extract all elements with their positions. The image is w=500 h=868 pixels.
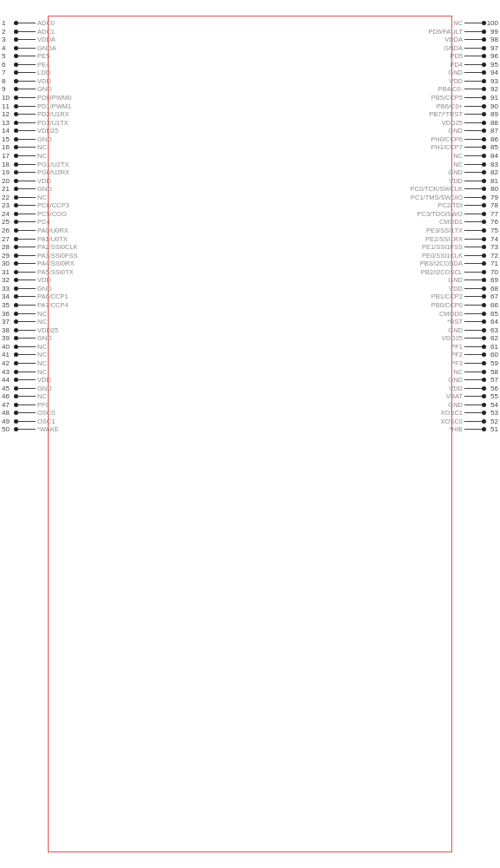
pin-label: VDD (449, 177, 464, 185)
right-pin-83: 83NC (451, 161, 500, 168)
pin-line (464, 172, 482, 173)
pin-number: 68 (486, 285, 500, 293)
pin-number: 70 (486, 268, 500, 276)
pin-number: 49 (0, 418, 14, 425)
pin-label: PF1 (451, 343, 464, 351)
pin-line (18, 263, 36, 264)
right-pin-80: 80PC0/TCK/SWCLK (451, 185, 500, 193)
pin-number: 93 (486, 77, 500, 85)
pin-label: PB7/*TRST (429, 110, 464, 118)
pin-number: 100 (486, 19, 500, 27)
right-pin-69: 69GND (451, 276, 500, 284)
pin-number: 98 (486, 36, 500, 43)
pin-label: NC (36, 351, 47, 358)
left-pin-49: 49OSC1 (0, 418, 49, 425)
pin-line (464, 305, 482, 306)
left-pin-13: 13PD3/U1TX (0, 119, 49, 127)
pin-number: 65 (486, 310, 500, 318)
pin-label: PB6/C0+ (437, 102, 464, 110)
right-pin-56: 56VDD (451, 385, 500, 392)
pin-number: 78 (486, 201, 500, 209)
left-pin-43: 43NC (0, 368, 49, 376)
pin-number: 79 (486, 194, 500, 201)
pin-label: LDO (36, 69, 50, 76)
pin-label: PB1/CCP2 (431, 293, 464, 300)
pin-line (464, 48, 482, 49)
pin-label: PE0/SSI1CLK (422, 252, 464, 260)
right-pin-81: 81VDD (451, 177, 500, 185)
pin-number: 6 (0, 61, 14, 69)
pin-label: PG1/U2TX (36, 161, 69, 168)
pin-number: 42 (0, 359, 14, 367)
pin-number: 25 (0, 218, 14, 226)
pin-label: PA1/U0TX (36, 235, 68, 243)
pin-label: PE5 (36, 52, 49, 60)
pin-number: 87 (486, 127, 500, 135)
right-pin-90: 90PB6/C0+ (451, 102, 500, 110)
pin-label: VDD (449, 77, 464, 85)
right-pin-96: 96PD5 (451, 52, 500, 60)
pin-line (464, 396, 482, 397)
pin-number: 24 (0, 210, 14, 218)
right-pin-86: 86PH0/CCP6 (451, 135, 500, 143)
pin-number: 30 (0, 260, 14, 267)
pin-line (464, 412, 482, 413)
pin-number: 4 (0, 44, 14, 52)
pin-line (18, 122, 36, 123)
left-pin-36: 36NC (0, 310, 49, 318)
pin-label: GND (448, 127, 464, 135)
pin-number: 16 (0, 143, 14, 151)
pin-line (18, 305, 36, 306)
pin-number: 8 (0, 77, 14, 85)
pin-line (18, 214, 36, 214)
right-pin-94: 94GND (451, 69, 500, 76)
left-pin-42: 42NC (0, 359, 49, 367)
pin-number: 61 (486, 343, 500, 351)
pin-label: NC (36, 194, 47, 201)
pin-number: 48 (0, 409, 14, 417)
pin-line (18, 388, 36, 389)
pin-number: 43 (0, 368, 14, 376)
pin-line (464, 313, 482, 314)
pin-label: PA6/CCP1 (36, 293, 69, 300)
pin-label: VBAT (446, 392, 464, 400)
pin-line (18, 321, 36, 322)
pin-label: NC (453, 152, 464, 160)
pin-number: 90 (486, 102, 500, 110)
pin-label: NC (36, 318, 47, 326)
pin-label: PE1/SSI1FSS (422, 243, 464, 251)
pin-number: 85 (486, 143, 500, 151)
pin-line (464, 272, 482, 273)
pin-label: PA7/CCP4 (36, 301, 69, 309)
pin-line (18, 164, 36, 165)
pin-label: NC (36, 368, 47, 376)
right-pin-79: 79PC1/TMS/SWDIO (451, 194, 500, 201)
pin-line (18, 205, 36, 206)
pin-label: NC (36, 359, 47, 367)
pin-line (18, 288, 36, 289)
pin-line (18, 372, 36, 372)
right-pin-82: 82GND (451, 168, 500, 176)
right-pin-100: 100NC (451, 19, 500, 27)
left-pin-18: 18PG1/U2TX (0, 161, 49, 168)
right-pin-64: 64*RST (451, 318, 500, 326)
pin-line (464, 421, 482, 422)
pin-label: VDD (449, 285, 464, 293)
chip-body (48, 16, 452, 852)
left-pin-12: 12PD2/U1RX (0, 110, 49, 118)
pin-number: 7 (0, 69, 14, 76)
right-pin-99: 99PD6/FAULT (451, 28, 500, 36)
pin-label: OSC1 (36, 418, 55, 425)
left-pin-37: 37NC (0, 318, 49, 326)
pin-label: GND (448, 326, 464, 334)
left-pin-45: 45GND (0, 385, 49, 392)
right-pin-85: 85PH1/CCP7 (451, 143, 500, 151)
pin-label: NC (453, 161, 464, 168)
pin-number: 86 (486, 135, 500, 143)
pin-label: PF3 (451, 359, 464, 367)
pin-line (464, 230, 482, 231)
right-pin-70: 70PB2/I2COSCL (451, 268, 500, 276)
pin-label: OSC0 (36, 409, 55, 417)
pin-label: VDD25 (36, 326, 58, 334)
pin-line (464, 205, 482, 206)
